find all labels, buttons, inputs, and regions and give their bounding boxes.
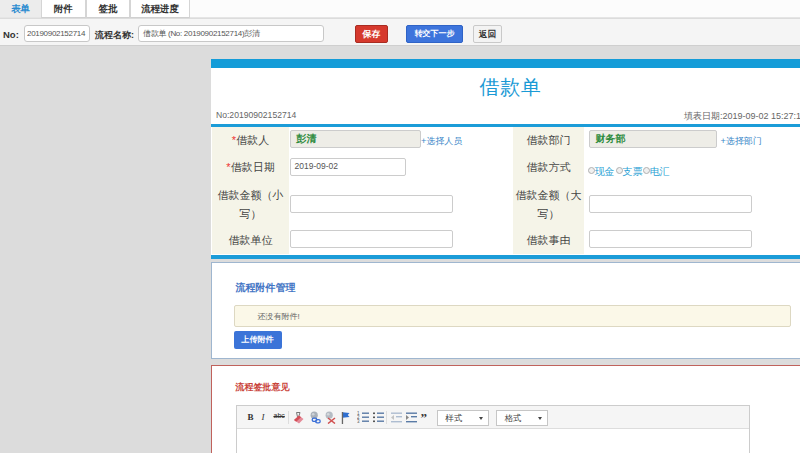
svg-text:3: 3 <box>357 419 360 424</box>
